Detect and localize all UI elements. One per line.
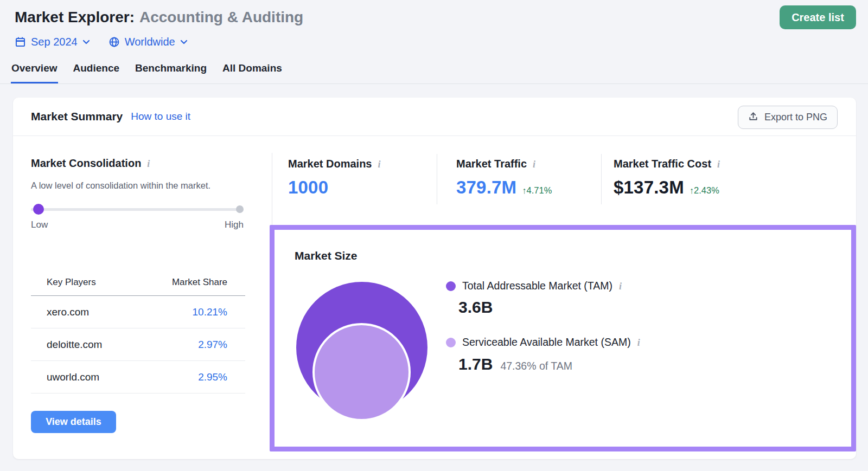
consolidation-slider — [31, 204, 244, 215]
slider-end-dot — [236, 205, 244, 213]
card-header: Market Summary How to use it Export to P… — [13, 98, 856, 136]
player-domain: xero.com — [47, 306, 89, 318]
slider-track — [31, 208, 244, 211]
sam-value-row: 1.7B 47.36% of TAM — [458, 355, 572, 373]
how-to-use-link[interactable]: How to use it — [131, 111, 190, 122]
player-share: 2.97% — [198, 339, 227, 351]
tab-benchmarking[interactable]: Benchmarking — [135, 61, 207, 83]
tab-bar: Overview Audience Benchmarking All Domai… — [0, 61, 868, 84]
view-details-button[interactable]: View details — [31, 411, 116, 433]
market-traffic-stat: Market Traffic i 379.7M ↑4.71% — [456, 158, 552, 198]
sam-value: 1.7B — [458, 355, 493, 373]
market-traffic-cost-delta: ↑2.43% — [690, 185, 719, 196]
table-row: uworld.com 2.95% — [31, 361, 245, 393]
market-traffic-label-text: Market Traffic — [456, 158, 527, 170]
export-to-png-label: Export to PNG — [764, 112, 827, 123]
upload-icon — [748, 111, 758, 124]
market-traffic-cost-label-text: Market Traffic Cost — [614, 158, 711, 170]
info-icon[interactable]: i — [637, 338, 640, 347]
market-explorer-page: Market Explorer:Accounting & Auditing Cr… — [0, 0, 868, 471]
filters-bar: Sep 2024 Worldwide — [15, 36, 188, 48]
market-traffic-cost-stat: Market Traffic Cost i $137.3M ↑2.43% — [614, 158, 720, 198]
market-consolidation-title: Market Consolidation i — [31, 157, 245, 170]
divider — [601, 154, 602, 204]
info-icon[interactable]: i — [619, 281, 622, 291]
region-filter-value: Worldwide — [125, 36, 175, 48]
player-share: 10.21% — [193, 306, 227, 318]
key-players-table: Key Players Market Share xero.com 10.21%… — [31, 277, 245, 393]
player-domain: uworld.com — [47, 371, 99, 383]
market-summary-card: Market Summary How to use it Export to P… — [13, 98, 856, 459]
chevron-down-icon — [82, 40, 90, 44]
tab-overview[interactable]: Overview — [11, 61, 58, 83]
market-consolidation-section: Market Consolidation i A low level of co… — [31, 157, 245, 230]
date-filter-value: Sep 2024 — [31, 36, 78, 48]
info-icon[interactable]: i — [147, 159, 150, 169]
divider — [272, 153, 272, 225]
card-title: Market Summary — [31, 110, 123, 123]
col-market-share: Market Share — [172, 277, 227, 288]
chevron-down-icon — [180, 40, 188, 44]
table-row: xero.com 10.21% — [31, 296, 245, 328]
market-domains-label-text: Market Domains — [288, 158, 372, 170]
tam-value-row: 3.6B — [458, 298, 493, 317]
market-size-title: Market Size — [295, 249, 358, 262]
info-icon[interactable]: i — [533, 159, 535, 169]
info-icon[interactable]: i — [378, 159, 381, 169]
page-title-market-name: Accounting & Auditing — [139, 9, 303, 25]
sam-circle — [312, 323, 411, 421]
market-domains-value: 1000 — [288, 177, 328, 198]
page-title-prefix: Market Explorer: — [15, 9, 135, 25]
market-domains-label: Market Domains i — [288, 158, 381, 170]
sam-share-of-tam: 47.36% of TAM — [500, 360, 572, 372]
globe-icon — [108, 36, 120, 48]
tam-legend-label: Total Addressable Market (TAM) — [462, 280, 612, 292]
region-filter-dropdown[interactable]: Worldwide — [108, 36, 188, 48]
market-traffic-label: Market Traffic i — [456, 158, 552, 170]
market-traffic-cost-value: $137.3M — [614, 177, 684, 198]
market-traffic-delta: ↑4.71% — [522, 185, 552, 196]
divider — [437, 154, 437, 204]
table-row: deloitte.com 2.97% — [31, 328, 245, 361]
sam-legend-row: Serviceable Available Market (SAM) i — [446, 336, 640, 349]
tam-value: 3.6B — [458, 298, 493, 317]
export-to-png-button[interactable]: Export to PNG — [738, 106, 838, 129]
market-domains-stat: Market Domains i 1000 — [288, 158, 381, 198]
player-domain: deloitte.com — [47, 339, 102, 351]
key-players-table-header: Key Players Market Share — [31, 277, 245, 296]
player-share: 2.95% — [198, 371, 227, 383]
tab-all-domains[interactable]: All Domains — [222, 61, 283, 83]
tab-audience[interactable]: Audience — [73, 61, 120, 83]
info-icon[interactable]: i — [717, 159, 720, 169]
slider-low-label: Low — [31, 220, 48, 230]
slider-labels: Low High — [31, 220, 244, 230]
sam-legend-label: Serviceable Available Market (SAM) — [462, 336, 631, 349]
consolidation-description: A low level of consolidation within the … — [31, 178, 222, 192]
sam-legend-dot — [446, 338, 456, 347]
date-filter-dropdown[interactable]: Sep 2024 — [15, 36, 90, 48]
market-traffic-cost-label: Market Traffic Cost i — [614, 158, 720, 170]
slider-high-label: High — [225, 220, 244, 230]
market-size-highlight-box: Market Size Total Addressable Market (TA… — [270, 225, 856, 451]
card-body: Market Consolidation i A low level of co… — [13, 136, 856, 459]
col-key-players: Key Players — [47, 277, 96, 288]
tam-legend-dot — [446, 281, 456, 291]
create-list-button[interactable]: Create list — [780, 5, 856, 29]
tam-legend-row: Total Addressable Market (TAM) i — [446, 280, 622, 292]
page-title: Market Explorer:Accounting & Auditing — [15, 9, 303, 26]
market-traffic-value: 379.7M — [456, 177, 516, 198]
calendar-icon — [15, 36, 26, 48]
slider-knob — [33, 204, 44, 215]
market-consolidation-title-text: Market Consolidation — [31, 157, 141, 170]
